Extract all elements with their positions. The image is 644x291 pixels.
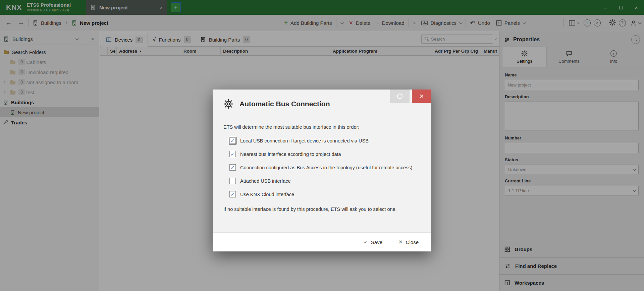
option-bus-access-topology[interactable]: ✓ Connection configured as Bus Access in…	[229, 164, 431, 171]
option-label: Connection configured as Bus Access in t…	[240, 165, 412, 170]
ets6-window: KNX ETS6 Professional Version 6.3.0 (Bui…	[0, 0, 644, 291]
check-icon: ✓	[230, 165, 235, 170]
option-label: Use KNX Cloud interface	[240, 192, 294, 197]
check-icon: ✓	[230, 138, 235, 143]
dialog-footer: ✓ Save ✕ Close	[213, 232, 431, 251]
close-label: Close	[406, 239, 419, 245]
gear-icon	[223, 99, 233, 109]
close-icon: ✕	[419, 93, 424, 100]
option-label: Nearest bus interface according to proje…	[240, 152, 341, 157]
check-icon: ✓	[230, 152, 235, 157]
save-button[interactable]: ✓ Save	[364, 239, 382, 245]
save-label: Save	[371, 239, 382, 245]
option-attached-usb[interactable]: Attached USB interface	[229, 178, 431, 184]
checkbox-checked[interactable]: ✓	[229, 151, 236, 157]
dialog-close-button[interactable]: ✕	[412, 90, 431, 103]
option-local-usb[interactable]: ✓ Local USB connection if target device …	[229, 137, 431, 144]
checkbox-unchecked[interactable]	[229, 178, 236, 184]
checkbox-checked[interactable]: ✓	[229, 137, 236, 144]
automatic-bus-connection-dialog: ✕ Automatic Bus Connection ETS will dete…	[213, 90, 431, 251]
dialog-title: Automatic Bus Connection	[239, 100, 330, 108]
option-knx-cloud[interactable]: ✓ Use KNX Cloud interface	[229, 191, 431, 197]
close-button[interactable]: ✕ Close	[398, 239, 419, 245]
option-label: Local USB connection if target device is…	[240, 138, 369, 143]
option-nearest-interface[interactable]: ✓ Nearest bus interface according to pro…	[229, 151, 431, 157]
checkbox-checked[interactable]: ✓	[229, 164, 236, 171]
circle-icon	[397, 94, 402, 99]
close-icon: ✕	[398, 239, 403, 245]
check-icon: ✓	[230, 192, 235, 197]
dialog-intro-text: ETS will determine the most suitable bus…	[213, 116, 431, 130]
checkbox-checked[interactable]: ✓	[229, 191, 236, 197]
option-label: Attached USB interface	[240, 178, 291, 184]
dialog-note-text: If no suitable interface is found by thi…	[223, 207, 421, 212]
check-icon: ✓	[364, 239, 368, 245]
dialog-circle-button[interactable]	[390, 90, 410, 103]
